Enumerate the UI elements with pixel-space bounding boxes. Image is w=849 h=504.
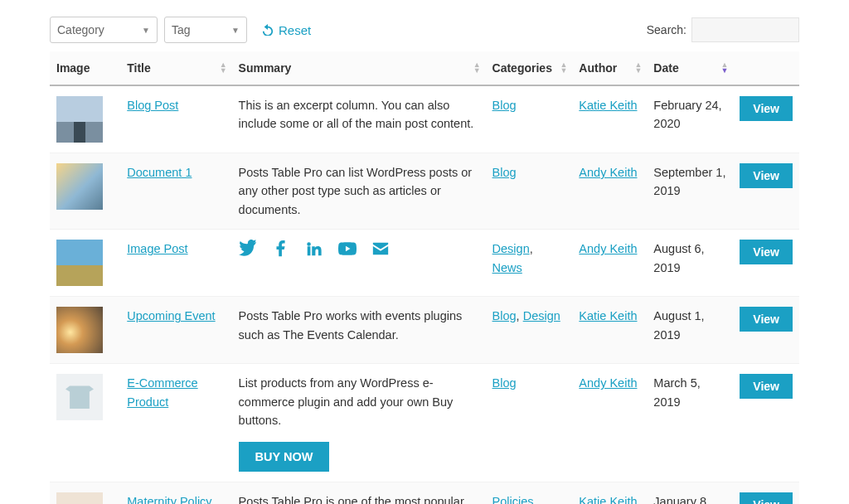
view-button[interactable]: View (740, 163, 793, 188)
post-summary (232, 230, 486, 297)
table-row: Maternity PolicyPosts Table Pro is one o… (50, 482, 799, 504)
post-date: August 1, 2019 (647, 297, 733, 364)
category-link[interactable]: News (492, 261, 522, 274)
chevron-down-icon: ▼ (231, 26, 240, 35)
post-summary: List products from any WordPress e-comme… (232, 364, 486, 482)
sort-icon: ▲▼ (634, 62, 642, 74)
category-label: Category (57, 23, 104, 36)
post-date: August 6, 2019 (647, 230, 733, 297)
view-button[interactable]: View (740, 374, 793, 399)
col-image: Image (50, 51, 120, 85)
facebook-icon[interactable] (272, 240, 290, 263)
category-link[interactable]: Design (492, 242, 530, 255)
col-categories[interactable]: Categories▲▼ (486, 51, 573, 85)
post-thumbnail[interactable] (56, 96, 103, 143)
table-row: Blog PostThis is an excerpt column. You … (50, 85, 799, 153)
reset-label: Reset (279, 23, 311, 37)
post-date: February 24, 2020 (647, 85, 733, 153)
filter-bar: Category ▼ Tag ▼ Reset Search: (50, 17, 799, 43)
tag-dropdown[interactable]: Tag ▼ (164, 17, 247, 43)
category-link[interactable]: Blog (492, 99, 517, 112)
category-dropdown[interactable]: Category ▼ (50, 17, 158, 43)
table-row: Image PostDesign, NewsAndy KeithAugust 6… (50, 230, 799, 297)
search-label: Search: (647, 23, 686, 36)
author-link[interactable]: Andy Keith (579, 166, 637, 179)
post-date: March 5, 2019 (647, 364, 733, 482)
twitter-icon[interactable] (239, 240, 257, 263)
post-thumbnail[interactable] (56, 240, 103, 286)
sort-icon: ▲▼ (720, 62, 728, 74)
view-button[interactable]: View (740, 96, 793, 121)
post-thumbnail[interactable] (56, 307, 103, 353)
youtube-icon[interactable] (338, 240, 357, 263)
col-date[interactable]: Date▲▼ (647, 51, 733, 85)
post-thumbnail[interactable] (56, 374, 103, 420)
table-row: Document 1Posts Table Pro can list WordP… (50, 153, 799, 230)
reset-button[interactable]: Reset (262, 23, 311, 37)
linkedin-icon[interactable] (305, 240, 323, 263)
col-author[interactable]: Author▲▼ (572, 51, 647, 85)
post-date: September 1, 2019 (647, 153, 733, 230)
author-link[interactable]: Katie Keith (579, 99, 637, 112)
undo-icon (262, 24, 274, 36)
post-summary: Posts Table Pro can list WordPress posts… (232, 153, 486, 230)
sort-icon: ▲▼ (560, 62, 567, 74)
post-title-link[interactable]: Blog Post (127, 99, 178, 112)
table-row: E-Commerce ProductList products from any… (50, 364, 799, 482)
post-thumbnail[interactable] (56, 163, 103, 210)
col-summary[interactable]: Summary▲▼ (232, 51, 486, 85)
sort-icon: ▲▼ (220, 62, 227, 74)
table-row: Upcoming EventPosts Table Pro works with… (50, 297, 799, 364)
category-link[interactable]: Blog (492, 376, 517, 390)
post-summary: Posts Table Pro works with events plugin… (232, 297, 486, 364)
chevron-down-icon: ▼ (142, 26, 150, 35)
author-link[interactable]: Andy Keith (579, 376, 637, 390)
view-button[interactable]: View (740, 307, 793, 332)
post-title-link[interactable]: Image Post (127, 242, 187, 255)
category-link[interactable]: Design (523, 309, 560, 322)
post-title-link[interactable]: E-Commerce Product (127, 376, 197, 408)
category-link[interactable]: Blog (492, 309, 517, 322)
sort-icon: ▲▼ (473, 62, 481, 74)
search-input[interactable] (691, 17, 799, 42)
tag-label: Tag (172, 23, 191, 36)
col-title[interactable]: Title▲▼ (120, 51, 231, 85)
buy-now-button[interactable]: BUY NOW (239, 442, 330, 472)
posts-table: Image Title▲▼ Summary▲▼ Categories▲▼ Aut… (50, 51, 799, 504)
post-title-link[interactable]: Maternity Policy (127, 495, 211, 504)
post-title-link[interactable]: Upcoming Event (127, 309, 215, 322)
view-button[interactable]: View (740, 492, 793, 504)
category-link[interactable]: Blog (492, 166, 517, 179)
col-actions (733, 51, 799, 85)
post-summary: This is an excerpt column. You can also … (232, 85, 486, 153)
post-summary: Posts Table Pro is one of the most popul… (232, 482, 486, 504)
category-link[interactable]: Policies (492, 495, 534, 504)
author-link[interactable]: Katie Keith (579, 495, 637, 504)
view-button[interactable]: View (740, 240, 793, 264)
post-thumbnail[interactable] (56, 492, 103, 504)
post-date: January 8, 2019 (647, 482, 733, 504)
post-title-link[interactable]: Document 1 (127, 166, 192, 179)
author-link[interactable]: Andy Keith (579, 242, 637, 255)
author-link[interactable]: Katie Keith (579, 309, 637, 322)
envelope-icon[interactable] (371, 240, 390, 263)
